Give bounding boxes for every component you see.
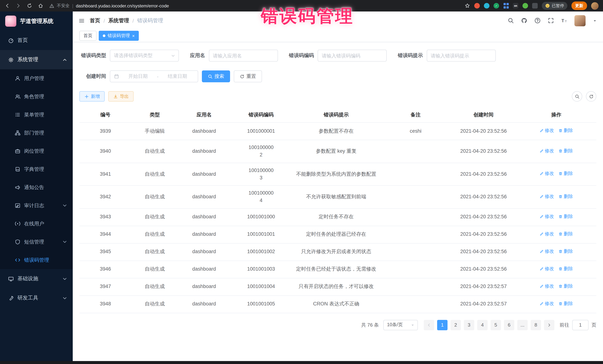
- sidebar-item-system-management[interactable]: 系统管理: [0, 50, 73, 69]
- font-size-icon[interactable]: TT: [561, 17, 567, 24]
- search-button[interactable]: 搜索: [202, 70, 230, 82]
- page-button-6[interactable]: 6: [504, 320, 514, 330]
- table-cell: 修改删除: [516, 243, 596, 261]
- user-avatar[interactable]: [574, 15, 586, 26]
- delete-link[interactable]: 删除: [558, 213, 573, 220]
- next-page-button[interactable]: [544, 320, 554, 330]
- edit-link[interactable]: 修改: [540, 170, 554, 177]
- breadcrumb-item[interactable]: 系统管理: [108, 17, 129, 24]
- sidebar-item-dict-management[interactable]: 字典管理: [0, 160, 73, 178]
- table-cell: 不能删除类型为系统内置的参数配置: [292, 163, 380, 186]
- page-button-8[interactable]: 8: [531, 320, 541, 330]
- address-bar[interactable]: 不安全 | dashboard.yudao.iocoder.cn/system/…: [49, 3, 169, 9]
- reload-icon[interactable]: [27, 3, 32, 9]
- sidebar-item-home[interactable]: 首页: [0, 31, 73, 50]
- toggle-search-button[interactable]: [572, 91, 582, 101]
- filter-item: 错误码类型请选择错误码类型: [79, 50, 179, 62]
- paused-badge-label: 已暂停: [552, 3, 564, 9]
- edit-link[interactable]: 修改: [540, 283, 554, 290]
- forward-icon[interactable]: [16, 3, 21, 9]
- sidebar-logo-row[interactable]: 芋道管理系统: [0, 11, 73, 31]
- reset-button[interactable]: 重置: [234, 70, 262, 82]
- extension-icon[interactable]: [474, 3, 480, 9]
- edit-link[interactable]: 修改: [540, 147, 554, 154]
- sidebar-item-infrastructure[interactable]: 基础设施: [0, 269, 73, 288]
- fullscreen-icon[interactable]: [548, 17, 554, 24]
- add-button[interactable]: 新增: [79, 91, 105, 101]
- edit-link[interactable]: 修改: [540, 248, 554, 255]
- page-button-4[interactable]: 4: [477, 320, 487, 330]
- page-ellipsis[interactable]: ...: [517, 320, 528, 330]
- sidebar-item-error-code-management[interactable]: 错误码管理: [0, 251, 73, 269]
- sidebar-item-post-management[interactable]: 岗位管理: [0, 142, 73, 160]
- page-size-select[interactable]: 10条/页: [383, 320, 418, 330]
- delete-link[interactable]: 删除: [558, 170, 573, 177]
- github-icon[interactable]: [521, 17, 527, 24]
- sidebar-item-dept-management[interactable]: 部门管理: [0, 124, 73, 142]
- question-icon[interactable]: [534, 17, 541, 24]
- extension-icon[interactable]: [532, 3, 538, 9]
- sidebar-item-notice[interactable]: 通知公告: [0, 178, 73, 197]
- sidebar-item-online-users[interactable]: 在线用户: [0, 215, 73, 233]
- home-icon[interactable]: [38, 3, 43, 9]
- browser-update-button[interactable]: 更新: [571, 1, 587, 10]
- table-cell: 3945: [79, 243, 131, 261]
- delete-link[interactable]: 删除: [558, 283, 573, 290]
- page-button-3[interactable]: 3: [464, 320, 474, 330]
- app-name-input[interactable]: [209, 50, 278, 62]
- bookmark-star-icon[interactable]: [464, 3, 470, 9]
- delete-link[interactable]: 删除: [558, 127, 573, 134]
- table-cell: dashboard: [178, 226, 230, 243]
- error-message-input[interactable]: [427, 50, 496, 62]
- table-cell: 3942: [79, 186, 131, 208]
- collapse-sidebar-icon[interactable]: [79, 18, 85, 23]
- tab-错误码管理[interactable]: 错误码管理×: [99, 31, 139, 41]
- delete-link[interactable]: 删除: [558, 193, 573, 200]
- avatar-caret-down-icon[interactable]: [593, 18, 597, 23]
- edit-link[interactable]: 修改: [540, 265, 554, 272]
- date-range-picker[interactable]: 开始日期 - 结束日期: [110, 70, 198, 82]
- delete-link[interactable]: 删除: [558, 231, 573, 238]
- url-text[interactable]: dashboard.yudao.iocoder.cn/system/error-…: [76, 3, 169, 8]
- page-content: 错误码类型请选择错误码类型应用名错误码编码错误码提示 创建时间 开始日期 - 结…: [73, 42, 603, 361]
- breadcrumb-item[interactable]: 首页: [90, 17, 100, 24]
- sidebar-item-sms-management[interactable]: 短信管理: [0, 233, 73, 251]
- sidebar-item-menu-management[interactable]: 菜单管理: [0, 106, 73, 124]
- extension-icon[interactable]: [484, 3, 489, 9]
- edit-link[interactable]: 修改: [540, 300, 554, 307]
- sidebar-item-user-management[interactable]: 用户管理: [0, 69, 73, 88]
- delete-link[interactable]: 删除: [558, 300, 573, 307]
- table-cell: [380, 163, 451, 186]
- search-icon[interactable]: [508, 17, 514, 24]
- export-button[interactable]: 导出: [108, 91, 134, 101]
- edit-link[interactable]: 修改: [540, 193, 554, 200]
- tab-close-icon[interactable]: ×: [132, 33, 135, 38]
- page-button-5[interactable]: 5: [491, 320, 501, 330]
- edit-link[interactable]: 修改: [540, 213, 554, 220]
- extension-icon[interactable]: on: [513, 3, 518, 9]
- sidebar-item-audit-log[interactable]: 审计日志: [0, 197, 73, 215]
- paused-badge[interactable]: 已暂停: [542, 2, 567, 10]
- extension-icon[interactable]: ✓: [494, 3, 499, 9]
- error-code-input[interactable]: [318, 50, 387, 62]
- back-icon[interactable]: [4, 3, 10, 9]
- table-cell: 3944: [79, 226, 131, 243]
- edit-link[interactable]: 修改: [540, 127, 554, 134]
- sidebar-item-dev-tools[interactable]: 研发工具: [0, 288, 73, 308]
- prev-page-button[interactable]: [424, 320, 434, 330]
- tab-首页[interactable]: 首页: [79, 31, 96, 41]
- extension-icon[interactable]: [522, 3, 528, 9]
- goto-page-input[interactable]: [572, 320, 589, 330]
- edit-link[interactable]: 修改: [540, 231, 554, 238]
- browser-profile-avatar[interactable]: [591, 2, 599, 10]
- delete-link[interactable]: 删除: [558, 265, 573, 272]
- extension-icon[interactable]: [503, 3, 509, 9]
- error-code-type-select[interactable]: 请选择错误码类型: [110, 50, 179, 62]
- breadcrumb-item: 错误码管理: [137, 17, 163, 24]
- page-button-1[interactable]: 1: [437, 320, 448, 330]
- delete-link[interactable]: 删除: [558, 248, 573, 255]
- page-button-2[interactable]: 2: [451, 320, 461, 330]
- delete-link[interactable]: 删除: [558, 147, 573, 154]
- refresh-table-button[interactable]: [586, 91, 596, 101]
- sidebar-item-role-management[interactable]: 角色管理: [0, 88, 73, 106]
